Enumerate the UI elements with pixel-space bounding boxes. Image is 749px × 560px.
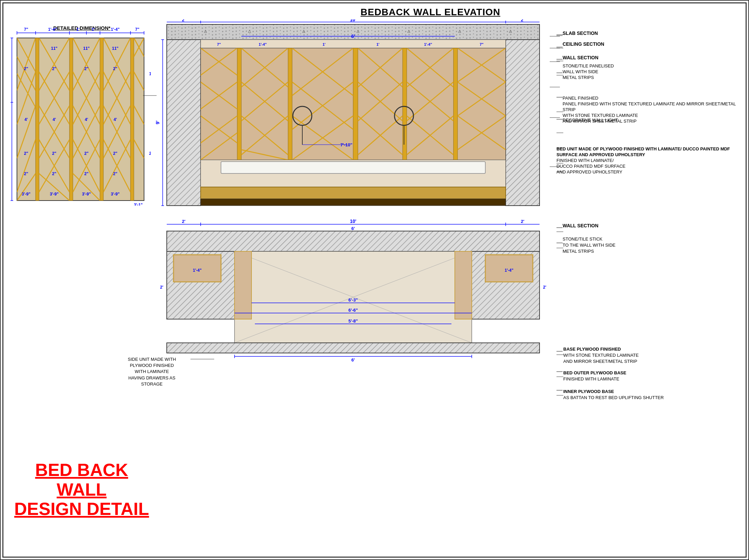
- left-detail-svg: 7" 1'-4" 1' 1' 1'-4" 7" 11" 11" 11" 2" 2…: [10, 23, 151, 206]
- page: BEDBACK WALL ELEVATION BED BACK WALL DES…: [0, 0, 749, 560]
- svg-text:2": 2": [84, 171, 88, 176]
- red-title-line1: BED BACK: [14, 460, 149, 480]
- annot-bed-unit: BED UNIT MADE OF PLYWOOD FINISHED WITH L…: [556, 146, 748, 175]
- svg-text:1'-4": 1'-4": [505, 268, 513, 273]
- svg-text:2": 2": [84, 151, 88, 156]
- svg-text:11": 11": [112, 46, 118, 51]
- svg-text:1'-4": 1'-4": [111, 27, 120, 32]
- plan-svg: 10' 2' 2' 6' 1'-4" 1'-4" 2' 2' 6'-3" 6'-…: [153, 217, 560, 370]
- svg-text:7": 7": [480, 42, 483, 46]
- svg-rect-3: [100, 38, 103, 201]
- svg-text:1'-4": 1'-4": [424, 42, 432, 46]
- svg-rect-170: [221, 162, 485, 173]
- elevation-svg: △ △ △ △ △ △ △: [153, 19, 560, 219]
- svg-rect-225: [167, 343, 540, 353]
- svg-text:7": 7": [24, 27, 28, 32]
- svg-text:1': 1': [92, 27, 95, 32]
- red-title: BED BACK WALL DESIGN DETAIL: [14, 460, 149, 519]
- plan-annot-bed-outer: BED OUTER PLYWOOD BASE FINISHED WITH LAM…: [563, 370, 626, 382]
- svg-text:2": 2": [113, 171, 117, 176]
- svg-text:9': 9': [155, 121, 160, 124]
- annot-wall: WALL SECTION: [563, 55, 599, 60]
- svg-text:1'-4": 1'-4": [259, 42, 267, 46]
- svg-text:2': 2': [543, 285, 546, 290]
- svg-text:2": 2": [113, 66, 117, 71]
- svg-rect-224: [455, 251, 472, 319]
- svg-text:1': 1': [323, 42, 326, 46]
- annot-ceiling: CEILING SECTION: [563, 41, 604, 47]
- svg-text:7": 7": [135, 27, 139, 32]
- svg-text:10': 10': [350, 219, 357, 224]
- plan-annot-stone: STONE/TILE STICK TO THE WALL WITH SIDE M…: [563, 236, 615, 255]
- svg-text:△: △: [248, 29, 251, 33]
- svg-text:3'-9": 3'-9": [22, 192, 31, 196]
- svg-text:2": 2": [113, 151, 117, 156]
- svg-text:2': 2': [182, 19, 185, 22]
- svg-text:1': 1': [377, 42, 380, 46]
- plan-annot-base-plywood: BASE PLYWOOD FINISHED WITH STONE TEXTURE…: [563, 346, 639, 365]
- svg-text:4': 4': [53, 117, 56, 122]
- svg-text:2": 2": [24, 171, 28, 176]
- svg-rect-124: [453, 48, 458, 160]
- svg-text:△: △: [302, 29, 305, 33]
- annot-stone-tile: STONE/TILE PANELISED WALL WITH SIDE META…: [563, 63, 614, 81]
- svg-rect-4: [130, 38, 134, 201]
- svg-text:1': 1': [76, 27, 80, 32]
- svg-text:2": 2": [84, 66, 88, 71]
- svg-text:2": 2": [52, 66, 56, 71]
- svg-text:6'-6": 6'-6": [348, 308, 358, 313]
- svg-text:2': 2': [521, 219, 524, 224]
- svg-text:3'-9": 3'-9": [50, 192, 59, 196]
- svg-rect-118: [201, 40, 506, 48]
- svg-text:△: △: [204, 29, 207, 33]
- svg-text:△: △: [458, 29, 461, 33]
- red-title-line2: WALL: [14, 480, 149, 499]
- svg-text:3'-9": 3'-9": [111, 192, 120, 196]
- plan-annot-wall: WALL SECTION: [563, 223, 599, 229]
- svg-text:△: △: [357, 29, 360, 33]
- svg-text:2": 2": [24, 66, 28, 71]
- svg-text:4': 4': [24, 117, 28, 122]
- svg-rect-2: [69, 38, 73, 201]
- svg-text:△: △: [509, 29, 512, 33]
- svg-text:△: △: [407, 29, 410, 33]
- svg-rect-123: [403, 48, 407, 160]
- svg-text:1'-4": 1'-4": [193, 268, 202, 273]
- svg-text:1'-6": 1'-6": [149, 71, 151, 76]
- svg-text:7": 7": [217, 42, 221, 46]
- svg-text:2": 2": [24, 151, 28, 156]
- svg-rect-122: [353, 48, 358, 160]
- svg-text:11": 11": [83, 46, 89, 51]
- svg-rect-117: [506, 40, 540, 206]
- svg-text:2": 2": [52, 151, 56, 156]
- main-title: BEDBACK WALL ELEVATION: [361, 7, 500, 18]
- svg-text:6': 6': [351, 357, 355, 362]
- svg-rect-215: [167, 231, 540, 251]
- svg-text:2': 2': [160, 285, 163, 290]
- svg-text:3'-1": 3'-1": [134, 203, 143, 206]
- svg-text:4': 4': [85, 117, 88, 122]
- svg-text:6'-3": 6'-3": [348, 297, 358, 303]
- svg-rect-171: [201, 187, 506, 199]
- svg-text:3'-9": 3'-9": [82, 192, 91, 196]
- svg-text:10': 10': [350, 19, 357, 22]
- svg-text:6': 6': [351, 226, 355, 231]
- svg-text:2": 2": [149, 151, 151, 156]
- plan-annot-side-unit: SIDE UNIT MADE WITH PLYWOOD FINISHED WIT…: [128, 356, 176, 387]
- svg-text:11": 11": [51, 46, 57, 51]
- svg-rect-120: [237, 48, 241, 160]
- red-title-line3: DESIGN DETAIL: [14, 499, 149, 519]
- svg-text:2': 2': [182, 219, 185, 224]
- svg-rect-172: [201, 199, 506, 206]
- svg-text:2': 2': [521, 19, 524, 22]
- svg-text:5'-8": 5'-8": [348, 318, 358, 324]
- svg-text:1'-4": 1'-4": [48, 27, 57, 32]
- svg-text:4': 4': [114, 117, 117, 122]
- plan-annot-inner-plywood: INNER PLYWOOD BASE AS BATTAN TO REST BED…: [563, 389, 664, 401]
- annot-slab: SLAB SECTION: [563, 30, 598, 36]
- svg-rect-223: [235, 251, 251, 319]
- svg-text:2": 2": [52, 171, 56, 176]
- svg-rect-116: [167, 40, 201, 206]
- svg-rect-1: [36, 38, 39, 201]
- annot-wall-light: DECORATIVE WALL LIGHT: [563, 118, 618, 123]
